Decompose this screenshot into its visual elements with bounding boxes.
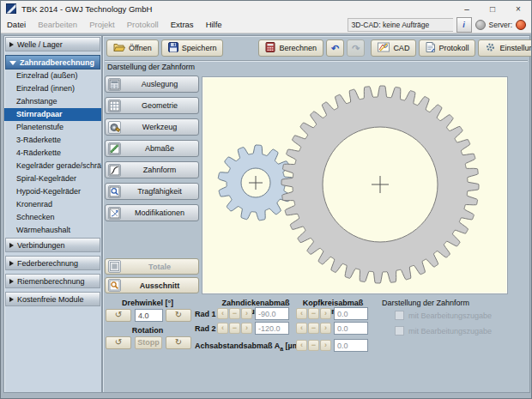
kk1-input[interactable] — [334, 307, 368, 320]
magnifier-icon — [108, 279, 121, 292]
triangle-right-icon — [9, 243, 14, 248]
sidebar-item-kronenrad[interactable]: Kronenrad — [4, 198, 101, 211]
undo-button[interactable]: ↶ — [326, 39, 344, 57]
rotation-label: Rotation — [103, 326, 192, 335]
settings-button[interactable]: Einstellungen — [478, 39, 532, 57]
maximize-button[interactable]: □ — [480, 1, 505, 16]
kk1-left-spinner[interactable]: ‹ — [296, 308, 307, 319]
info-button[interactable]: i — [456, 17, 472, 33]
zd2-minus-spinner[interactable]: − — [229, 323, 240, 334]
achsabstand-label-main: Achsabstandsabmaß A — [195, 342, 280, 350]
zd2-input[interactable] — [255, 322, 289, 335]
drehwinkel-label: Drehwinkel [°] — [103, 299, 192, 307]
sidebar-item-hypoid-kegelr-der[interactable]: Hypoid-Kegelräder — [4, 185, 101, 198]
zd2-right-spinner[interactable]: › — [241, 323, 252, 334]
sidebar-item-zahnstange[interactable]: Zahnstange — [4, 95, 101, 108]
calculate-button[interactable]: Berechnen — [258, 39, 323, 57]
rad2-label: Rad 2 — [195, 324, 216, 333]
minimize-button[interactable]: – — [454, 1, 480, 16]
sidebar-item-einzelrad-innen-[interactable]: Einzelrad (innen) — [4, 82, 101, 95]
sidebar-section-verbindungen[interactable]: Verbindungen — [5, 238, 100, 252]
kk1-minus-spinner[interactable]: − — [308, 308, 319, 319]
sidebar-item-kegelr-der-gerade-schr-g[interactable]: Kegelräder gerade/schräg — [4, 160, 101, 172]
nav-werkzeug-button[interactable]: Werkzeug — [105, 118, 199, 136]
bearbeitungszugabe1-checkbox — [395, 311, 404, 320]
zd1-left-spinner[interactable]: ‹ — [217, 308, 228, 319]
sidebar-section-zahnradberechnung[interactable]: Zahnradberechnung — [5, 55, 100, 70]
protokoll-button[interactable]: Protokoll — [419, 39, 475, 57]
sidebar-section-kostenfreie-module[interactable]: Kostenfreie Module — [5, 292, 100, 306]
sidebar-item-planetenstufe[interactable]: Planetenstufe — [4, 121, 101, 134]
bearbeitungszugabe1-label: mit Bearbeitungszugabe — [408, 311, 492, 320]
menu-datei[interactable]: Datei — [1, 20, 32, 29]
menu-extras[interactable]: Extras — [165, 20, 200, 29]
menu-items: DateiBearbeitenProjektProtokollExtrasHil… — [1, 20, 228, 29]
cad-button[interactable]: CAD — [371, 39, 416, 57]
save-button[interactable]: Speichern — [161, 39, 224, 57]
rotation-cw-button[interactable]: ↻ — [166, 336, 191, 349]
rotate-cw-button[interactable]: ↻ — [166, 309, 191, 322]
app-window: TBK 2014 - GWJ Technology GmbH – □ × Dat… — [0, 0, 532, 399]
sidebar-item-einzelrad-au-en-[interactable]: Einzelrad (außen) — [4, 70, 101, 82]
sidebar-section-welle-lager[interactable]: Welle / Lager — [5, 37, 100, 51]
totale-icon — [108, 260, 121, 273]
main-panel: Öffnen Speichern Berechnen ↶ ↷ CAD — [102, 35, 530, 393]
calculator-icon — [265, 42, 275, 54]
zd1-minus-spinner[interactable]: − — [229, 308, 240, 319]
kk2-minus-spinner[interactable]: − — [308, 323, 319, 334]
title-bar: TBK 2014 - GWJ Technology GmbH – □ × — [1, 1, 531, 16]
sidebar-item-w-rmehaushalt[interactable]: Wärmehaushalt — [4, 224, 101, 237]
modifikationen-icon — [108, 207, 121, 220]
nav-geometrie-button[interactable]: Geometrie — [105, 97, 199, 114]
sidebar-section-label: Zahnradberechnung — [20, 58, 94, 67]
zd1-input[interactable] — [255, 307, 289, 320]
achsabstand-label: Achsabstandsabmaß Aa [µm] — [195, 342, 302, 352]
cad-label: CAD — [393, 44, 409, 52]
save-disk-icon — [168, 42, 178, 54]
rotation-ccw-button[interactable]: ↺ — [106, 336, 131, 349]
section-title: Darstellung der Zahnform — [107, 63, 195, 71]
sidebar-item-4-r-derkette[interactable]: 4-Räderkette — [4, 147, 101, 160]
kk1-right-spinner[interactable]: › — [320, 308, 331, 319]
nav-abmasse-button[interactable]: Abmaße — [105, 140, 199, 157]
nav-label: Werkzeug — [121, 123, 198, 131]
sidebar-section-label: Riemenberechnung — [17, 277, 85, 286]
kk2-right-spinner[interactable]: › — [320, 323, 331, 334]
nav-label: Geometrie — [121, 101, 198, 110]
sidebar-section-riemenberechnung[interactable]: Riemenberechnung — [5, 274, 100, 288]
kk2-left-spinner[interactable]: ‹ — [296, 323, 307, 334]
sidebar-item-spiral-kegelr-der[interactable]: Spiral-Kegelräder — [4, 172, 101, 185]
zd2-left-spinner[interactable]: ‹ — [217, 323, 228, 334]
calculate-label: Berechnen — [279, 44, 317, 52]
nav-label: Auslegung — [121, 80, 198, 88]
cad-led-icon — [475, 20, 486, 30]
ausschnitt-button[interactable]: Ausschnitt — [105, 277, 199, 293]
aa-right-spinner[interactable]: › — [320, 340, 331, 351]
server-led-icon — [516, 20, 526, 30]
nav-label: Abmaße — [121, 144, 198, 153]
sidebar-item-stirnradpaar[interactable]: Stirnradpaar — [4, 108, 101, 121]
rotate-ccw-button[interactable]: ↺ — [106, 309, 131, 322]
zd1-right-spinner[interactable]: › — [241, 308, 252, 319]
protokoll-label: Protokoll — [438, 44, 469, 52]
nav-modifikationen-button[interactable]: Modifikationen — [105, 204, 199, 221]
aa-minus-spinner[interactable]: − — [308, 340, 319, 351]
close-button[interactable]: × — [505, 1, 531, 16]
sidebar-list: Welle / LagerZahnradberechnungEinzelrad … — [4, 37, 101, 306]
nav-auslegung-button[interactable]: Auslegung — [105, 76, 199, 93]
menu-hilfe[interactable]: Hilfe — [200, 20, 228, 29]
sidebar-item-3-r-derkette[interactable]: 3-Räderkette — [4, 134, 101, 147]
aa-input[interactable] — [334, 339, 368, 352]
nav-tragfaehigkeit-button[interactable]: Tragfähigkeit — [105, 183, 199, 200]
sidebar-section-federberechnung[interactable]: Federberechnung — [5, 256, 100, 270]
sidebar-section-label: Welle / Lager — [17, 40, 63, 49]
drehwinkel-input[interactable] — [135, 309, 163, 322]
sidebar: Welle / LagerZahnradberechnungEinzelrad … — [3, 35, 102, 393]
nav-zahnform-button[interactable]: Zahnform — [105, 161, 199, 178]
section-separator — [105, 60, 528, 62]
aa-left-spinner[interactable]: ‹ — [296, 340, 307, 351]
open-button[interactable]: Öffnen — [106, 39, 159, 57]
kk2-input[interactable] — [334, 322, 368, 335]
sidebar-item-schnecken[interactable]: Schnecken — [4, 211, 101, 224]
settings-label: Einstellungen — [499, 44, 532, 52]
